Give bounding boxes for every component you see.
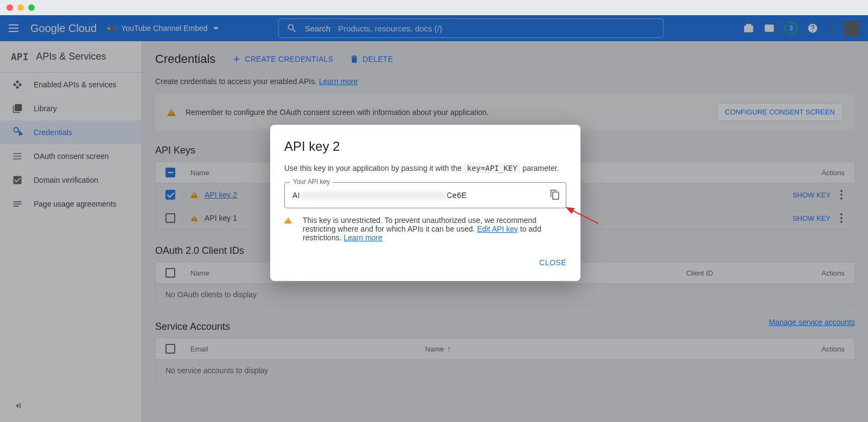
warning-icon — [284, 217, 292, 223]
redacted-key — [300, 192, 446, 200]
modal-title: API key 2 — [284, 139, 566, 154]
macos-titlebar — [0, 0, 868, 15]
window-max-dot[interactable] — [28, 4, 35, 11]
api-key-value: AICe6E — [292, 191, 467, 200]
modal-description: Use this key in your application by pass… — [284, 164, 566, 172]
api-key-modal: API key 2 Use this key in your applicati… — [270, 125, 580, 281]
api-key-field[interactable]: Your API key AICe6E — [284, 182, 566, 208]
modal-hint: This key is unrestricted. To prevent una… — [284, 216, 566, 242]
copy-icon[interactable] — [550, 189, 560, 202]
close-button[interactable]: CLOSE — [539, 258, 566, 267]
window-close-dot[interactable] — [7, 4, 13, 11]
window-min-dot[interactable] — [17, 4, 24, 11]
learn-more-link[interactable]: Learn more — [343, 233, 382, 242]
code-snippet: key=API_KEY — [464, 163, 521, 174]
field-label: Your API key — [290, 178, 333, 186]
edit-api-key-link[interactable]: Edit API key — [477, 225, 518, 233]
